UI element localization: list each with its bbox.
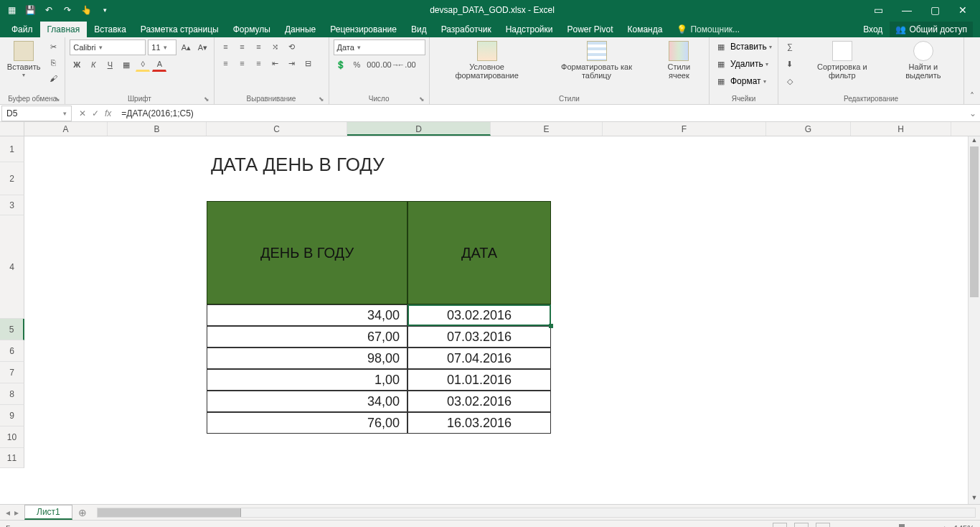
cell-date-6[interactable]: 07.03.2016 bbox=[407, 326, 551, 348]
row-header-1[interactable]: 1 bbox=[0, 136, 24, 162]
new-sheet-icon[interactable]: ⊕ bbox=[72, 507, 93, 518]
maximize-icon[interactable]: ▢ bbox=[930, 4, 940, 16]
hscroll-thumb[interactable] bbox=[98, 508, 241, 517]
tab-file[interactable]: Файл bbox=[4, 22, 40, 37]
cell-day-7[interactable]: 98,00 bbox=[207, 348, 407, 369]
tab-developer[interactable]: Разработчик bbox=[434, 22, 499, 37]
enter-formula-icon[interactable]: ✓ bbox=[92, 108, 99, 118]
touch-mode-icon[interactable]: 👆 bbox=[80, 4, 92, 16]
collapse-ribbon-icon[interactable]: ˄ bbox=[964, 37, 980, 104]
format-painter-icon[interactable]: 🖌 bbox=[46, 71, 60, 85]
tab-data[interactable]: Данные bbox=[278, 22, 323, 37]
row-header-8[interactable]: 8 bbox=[0, 383, 24, 405]
col-header-b[interactable]: B bbox=[108, 122, 207, 136]
alignment-launcher-icon[interactable]: ⬊ bbox=[319, 95, 324, 103]
sheet-tab-1[interactable]: Лист1 bbox=[24, 505, 72, 520]
underline-button[interactable]: Ч bbox=[103, 57, 117, 72]
find-select-button[interactable]: Найти и выделить bbox=[887, 39, 959, 81]
clear-icon[interactable]: ◇ bbox=[783, 74, 797, 88]
vscroll-thumb[interactable] bbox=[970, 146, 979, 297]
cell-date-8[interactable]: 01.01.2016 bbox=[407, 369, 551, 391]
tab-powerpivot[interactable]: Power Pivot bbox=[560, 22, 620, 37]
cell-styles-button[interactable]: Стили ячеек bbox=[654, 39, 705, 81]
horizontal-scrollbar[interactable] bbox=[97, 508, 976, 518]
cell-day-10[interactable]: 76,00 bbox=[207, 412, 407, 434]
fill-icon[interactable]: ⬇ bbox=[783, 57, 797, 71]
name-box[interactable]: D5▾ bbox=[1, 106, 72, 121]
cell-date-9[interactable]: 03.02.2016 bbox=[407, 391, 551, 412]
tell-me-input[interactable]: 💡Помощник... bbox=[669, 22, 747, 37]
increase-decimal-icon[interactable]: .00→ bbox=[383, 57, 397, 72]
tab-team[interactable]: Команда bbox=[621, 22, 670, 37]
align-center-icon[interactable]: ≡ bbox=[235, 56, 250, 70]
sign-in-link[interactable]: Вход bbox=[863, 24, 882, 34]
italic-button[interactable]: К bbox=[86, 57, 100, 72]
number-format-combo[interactable]: Дата▾ bbox=[334, 39, 425, 55]
tab-page-layout[interactable]: Разметка страницы bbox=[133, 22, 226, 37]
wrap-text-icon[interactable]: ⟲ bbox=[285, 39, 299, 54]
tab-view[interactable]: Вид bbox=[404, 22, 434, 37]
cell-date-7[interactable]: 07.04.2016 bbox=[407, 348, 551, 369]
col-header-d[interactable]: D bbox=[347, 122, 491, 136]
decrease-font-icon[interactable]: A▾ bbox=[195, 40, 209, 55]
cell-day-5[interactable]: 34,00 bbox=[207, 304, 407, 326]
align-bottom-icon[interactable]: ≡ bbox=[252, 39, 266, 54]
page-layout-view-icon[interactable] bbox=[794, 523, 809, 528]
cell-day-8[interactable]: 1,00 bbox=[207, 369, 407, 391]
ribbon-options-icon[interactable]: ▭ bbox=[874, 4, 883, 16]
zoom-level[interactable]: 145% bbox=[954, 524, 974, 528]
tab-addins[interactable]: Надстройки bbox=[499, 22, 560, 37]
page-break-view-icon[interactable] bbox=[816, 523, 830, 528]
cell-date-5[interactable]: 03.02.2016 bbox=[407, 304, 551, 326]
col-header-c[interactable]: C bbox=[207, 122, 347, 136]
row-header-11[interactable]: 11 bbox=[0, 448, 24, 468]
row-header-9[interactable]: 9 bbox=[0, 405, 24, 426]
close-icon[interactable]: ✕ bbox=[958, 4, 967, 16]
merge-cells-icon[interactable]: ⊟ bbox=[301, 56, 316, 70]
tab-formulas[interactable]: Формулы bbox=[226, 22, 278, 37]
fill-handle[interactable] bbox=[549, 324, 553, 328]
autosum-icon[interactable]: ∑ bbox=[783, 39, 797, 54]
tab-home[interactable]: Главная bbox=[40, 22, 88, 37]
row-header-4[interactable]: 4 bbox=[0, 215, 24, 319]
cancel-formula-icon[interactable]: ✕ bbox=[79, 108, 86, 118]
clipboard-launcher-icon[interactable]: ⬊ bbox=[55, 95, 60, 103]
border-icon[interactable]: ▦ bbox=[119, 57, 133, 72]
font-size-combo[interactable]: 11▾ bbox=[148, 39, 176, 55]
align-middle-icon[interactable]: ≡ bbox=[235, 39, 250, 54]
sheet-nav-next-icon[interactable]: ▸ bbox=[14, 508, 19, 518]
select-all-corner[interactable] bbox=[0, 122, 24, 136]
align-left-icon[interactable]: ≡ bbox=[219, 56, 233, 70]
expand-formula-bar-icon[interactable]: ⌄ bbox=[966, 108, 980, 118]
row-header-3[interactable]: 3 bbox=[0, 195, 24, 215]
sort-filter-button[interactable]: Сортировка и фильтр bbox=[800, 39, 885, 81]
increase-font-icon[interactable]: A▴ bbox=[179, 40, 193, 55]
insert-cells-button[interactable]: ▦Вставить▾ bbox=[714, 39, 772, 54]
minimize-icon[interactable]: — bbox=[902, 4, 912, 16]
worksheet-grid[interactable]: A B C D E F G H 1234567891011 ДАТА ДЕНЬ … bbox=[0, 122, 980, 504]
scroll-down-icon[interactable]: ▼ bbox=[969, 494, 980, 504]
col-header-h[interactable]: H bbox=[851, 122, 951, 136]
col-header-g[interactable]: G bbox=[766, 122, 851, 136]
delete-cells-button[interactable]: ▦Удалить▾ bbox=[714, 57, 772, 71]
format-as-table-button[interactable]: Форматировать как таблицу bbox=[542, 39, 650, 81]
paste-button[interactable]: Вставить ▾ bbox=[4, 39, 43, 80]
orientation-icon[interactable]: ⤭ bbox=[268, 39, 283, 54]
redo-icon[interactable]: ↷ bbox=[62, 4, 73, 16]
bold-button[interactable]: Ж bbox=[70, 57, 84, 72]
col-header-a[interactable]: A bbox=[24, 122, 108, 136]
col-header-f[interactable]: F bbox=[603, 122, 766, 136]
normal-view-icon[interactable] bbox=[773, 523, 787, 528]
cell-date-10[interactable]: 16.03.2016 bbox=[407, 412, 551, 434]
share-button[interactable]: 👥Общий доступ bbox=[890, 22, 973, 37]
format-cells-button[interactable]: ▦Формат▾ bbox=[714, 74, 772, 88]
number-launcher-icon[interactable]: ⬊ bbox=[419, 95, 425, 103]
row-header-5[interactable]: 5 bbox=[0, 319, 24, 340]
scroll-up-icon[interactable]: ▲ bbox=[969, 136, 980, 146]
formula-input[interactable]: =ДАТА(2016;1;C5) bbox=[117, 108, 966, 118]
row-header-7[interactable]: 7 bbox=[0, 362, 24, 383]
row-header-10[interactable]: 10 bbox=[0, 426, 24, 448]
cut-icon[interactable]: ✂ bbox=[46, 39, 60, 54]
tab-insert[interactable]: Вставка bbox=[87, 22, 133, 37]
copy-icon[interactable]: ⎘ bbox=[46, 55, 60, 70]
